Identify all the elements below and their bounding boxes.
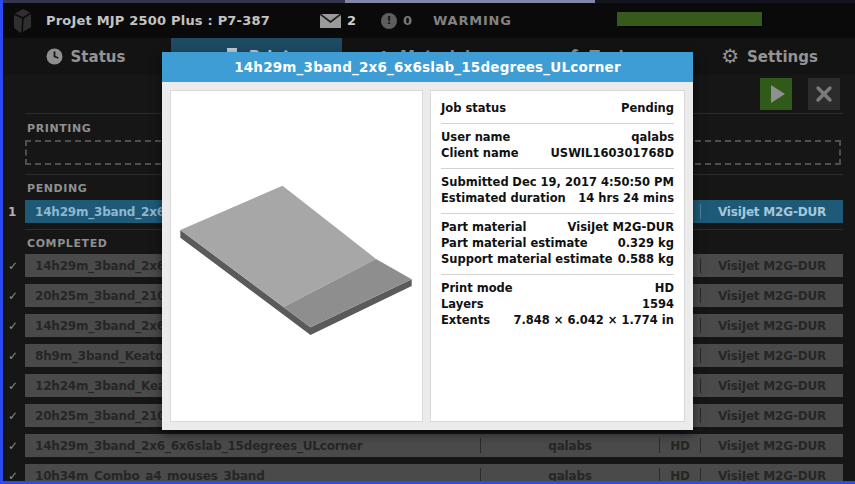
check-icon: [8, 259, 25, 273]
detail-value: USWIL160301768D: [551, 146, 674, 160]
tab-status[interactable]: Status: [0, 38, 171, 75]
check-icon: [8, 349, 25, 363]
detail-value: qalabs: [631, 130, 674, 144]
remove-job-button[interactable]: [808, 78, 840, 110]
pending-section-header: PENDING: [27, 182, 87, 195]
job-material: VisiJet M2G-DUR: [701, 200, 843, 223]
messages-indicator[interactable]: 2: [320, 13, 356, 28]
detail-label: Part material estimate: [441, 236, 588, 250]
start-print-button[interactable]: [760, 78, 792, 110]
gear-icon: ⚙: [721, 48, 739, 65]
job-user: qalabs: [481, 434, 659, 457]
job-3d-preview: [171, 96, 422, 416]
tab-settings[interactable]: ⚙ Settings: [684, 38, 855, 75]
job-material: VisiJet M2G-DUR: [701, 374, 843, 397]
job-material: VisiJet M2G-DUR: [701, 344, 843, 367]
job-material: VisiJet M2G-DUR: [701, 254, 843, 277]
check-icon: [8, 379, 25, 393]
warning-icon: [381, 13, 397, 29]
detail-value: Dec 19, 2017 4:50:50 PM: [512, 175, 674, 189]
detail-label: Client name: [441, 146, 519, 160]
alerts-count: 0: [403, 13, 412, 28]
job-material: VisiJet M2G-DUR: [701, 434, 843, 457]
detail-value: VisiJet M2G-DUR: [568, 220, 674, 234]
job-material: VisiJet M2G-DUR: [701, 284, 843, 307]
printer-ui-screen: ProJet MJP 2500 Plus : P7-387 2 0 WARMIN…: [0, 0, 855, 484]
detail-label: User name: [441, 130, 510, 144]
top-status-bar: ProJet MJP 2500 Plus : P7-387 2 0 WARMIN…: [0, 3, 855, 38]
dialog-title: 14h29m_3band_2x6_6x6slab_15degrees_ULcor…: [162, 52, 693, 82]
queue-position: 1: [8, 205, 25, 219]
detail-value: 14 hrs 24 mins: [578, 191, 674, 205]
3d-systems-logo-icon: [10, 8, 34, 34]
detail-label: Part material: [441, 220, 526, 234]
detail-label: Extents: [441, 313, 490, 327]
job-name: 14h29m_3band_2x6_6x6slab_15degrees_ULcor…: [25, 434, 480, 457]
detail-label: Layers: [441, 297, 484, 311]
detail-label: Submitted: [441, 175, 509, 189]
play-icon: [771, 85, 785, 103]
detail-value: Pending: [621, 101, 674, 115]
detail-label: Estimated duration: [441, 191, 566, 205]
detail-value: 1594: [642, 297, 674, 311]
check-icon: [8, 439, 25, 453]
job-mode: HD: [660, 434, 700, 457]
window-top-edge: [0, 0, 855, 3]
envelope-icon: [320, 14, 341, 28]
alerts-indicator[interactable]: 0: [381, 13, 412, 29]
completed-job-line: 14h29m_3band_2x6_6x6slab_15degrees_ULcor…: [8, 434, 843, 457]
detail-value: 7.848 × 6.042 × 1.774 in: [513, 313, 674, 327]
check-icon: [8, 289, 25, 303]
job-details-dialog: 14h29m_3band_2x6_6x6slab_15degrees_ULcor…: [162, 52, 693, 430]
machine-title: ProJet MJP 2500 Plus : P7-387: [46, 13, 270, 28]
job-material: VisiJet M2G-DUR: [701, 314, 843, 337]
check-icon: [8, 319, 25, 333]
clock-icon: [46, 48, 63, 65]
detail-label: Job status: [441, 101, 506, 115]
job-preview-panel: [170, 90, 423, 422]
job-material: VisiJet M2G-DUR: [701, 404, 843, 427]
messages-count: 2: [347, 13, 356, 28]
detail-label: Print mode: [441, 281, 513, 295]
printing-section-header: PRINTING: [27, 122, 91, 135]
completed-section-header: COMPLETED: [27, 237, 108, 250]
job-details-panel: Job statusPending User nameqalabs Client…: [430, 90, 685, 422]
window-left-edge: [0, 0, 3, 484]
completed-job-row[interactable]: 14h29m_3band_2x6_6x6slab_15degrees_ULcor…: [25, 434, 843, 457]
printer-state-text: WARMING: [433, 13, 512, 28]
check-icon: [8, 409, 25, 423]
detail-label: Support material estimate: [441, 252, 613, 266]
warming-progress-bar: [617, 12, 762, 26]
detail-value: 0.329 kg: [618, 236, 674, 250]
detail-value: 0.588 kg: [618, 252, 674, 266]
close-icon: [815, 85, 833, 103]
detail-value: HD: [655, 281, 674, 295]
